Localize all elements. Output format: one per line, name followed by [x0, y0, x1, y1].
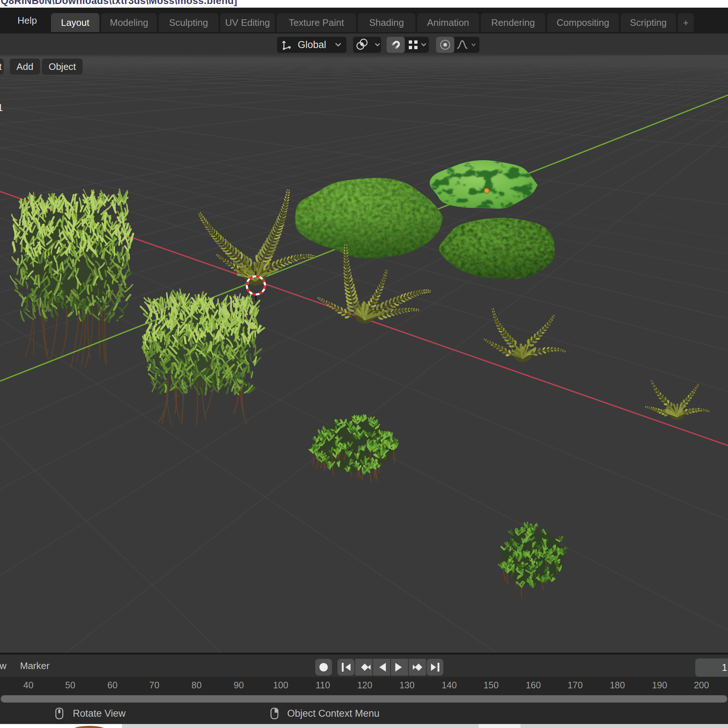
svg-text:1: 1: [0, 102, 3, 113]
